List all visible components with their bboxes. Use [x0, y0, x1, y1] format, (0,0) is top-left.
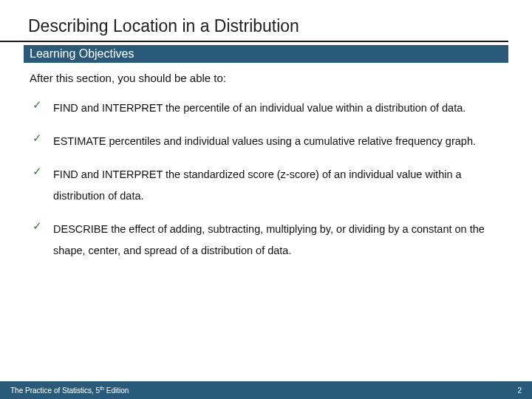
objectives-list: ✓ FIND and INTERPRET the percentile of a…: [30, 92, 502, 267]
objective-text: DESCRIBE the effect of adding, subtracti…: [53, 223, 485, 256]
slide: Describing Location in a Distribution Le…: [0, 0, 532, 399]
footer-suffix: Edition: [104, 386, 129, 395]
check-icon: ✓: [33, 220, 42, 231]
intro-text: After this section, you should be able t…: [30, 72, 508, 84]
footer-text: The Practice of Statistics, 5th Edition: [10, 386, 129, 395]
list-item: ✓ ESTIMATE percentiles and individual va…: [30, 125, 502, 158]
objective-text: ESTIMATE percentiles and individual valu…: [53, 135, 476, 147]
subtitle-bar: Learning Objectives: [24, 45, 508, 63]
page-title: Describing Location in a Distribution: [0, 0, 508, 42]
page-number: 2: [517, 386, 522, 395]
list-item: ✓ FIND and INTERPRET the standardized sc…: [30, 158, 502, 213]
footer-prefix: The Practice of Statistics, 5: [10, 386, 100, 395]
check-icon: ✓: [33, 99, 42, 110]
footer: The Practice of Statistics, 5th Edition …: [0, 381, 532, 399]
list-item: ✓ DESCRIBE the effect of adding, subtrac…: [30, 213, 502, 267]
list-item: ✓ FIND and INTERPRET the percentile of a…: [30, 92, 502, 125]
check-icon: ✓: [33, 132, 42, 143]
objective-text: FIND and INTERPRET the standardized scor…: [53, 168, 462, 202]
objective-text: FIND and INTERPRET the percentile of an …: [53, 102, 466, 114]
check-icon: ✓: [33, 166, 42, 177]
